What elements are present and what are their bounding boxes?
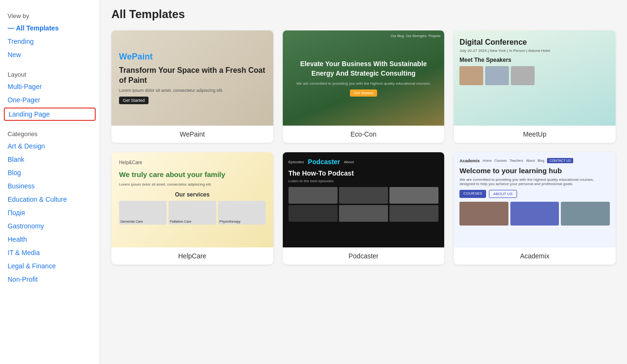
category-business[interactable]: Business [0, 179, 100, 193]
wepaint-btn: Get Started [119, 97, 149, 104]
academix-btns: COURSES ABOUT US [459, 190, 610, 198]
template-card-ecocon[interactable]: Our Blog Our Strengths Projects Elevate … [283, 30, 445, 143]
wepaint-sub: Lorem ipsum dolor sit amet, consectetur … [119, 88, 223, 93]
template-preview-academix: Academix Home Courses Teachers About Blo… [454, 152, 616, 247]
template-grid: WePaint Transform Your Space with a Fres… [111, 30, 616, 265]
template-card-podcaster[interactable]: Episodes Podcaster About The How-To Podc… [283, 152, 445, 265]
helpcare-services: Dementia Care Palliative Care Physiother… [119, 201, 266, 225]
podcaster-grid [289, 187, 439, 222]
category-gastronomy[interactable]: Gastronomy [0, 219, 100, 233]
category-education-culture[interactable]: Education & Culture [0, 193, 100, 206]
academix-img-2 [510, 202, 559, 226]
academix-img-3 [561, 202, 610, 226]
category-legal-finance[interactable]: Legal & Finance [0, 259, 100, 273]
meetup-label: MeetUp [454, 126, 616, 143]
category-health[interactable]: Health [0, 233, 100, 246]
filter-trending[interactable]: Trending [0, 35, 100, 48]
ecocon-headline: Elevate Your Business With Sustainable E… [290, 59, 437, 78]
meetup-headline: Digital Conference [459, 38, 610, 47]
ecocon-label: Eco-Con [283, 126, 445, 143]
podcaster-grid-item-3 [389, 187, 438, 204]
speaker-thumb-1 [459, 66, 483, 85]
ecocon-nav-item: Our Blog [391, 34, 404, 38]
podcaster-nav: Episodes Podcaster About [289, 158, 439, 166]
main-content: All Templates WePaint Transform Your Spa… [100, 0, 627, 364]
layout-one-pager[interactable]: One-Pager [0, 93, 100, 107]
filter-new[interactable]: New [0, 48, 100, 61]
academix-label: Academix [454, 247, 616, 265]
academix-nav-courses: Courses [495, 159, 507, 162]
academix-img-row [459, 202, 610, 226]
helpcare-service-3: Physiotherapy [218, 201, 266, 225]
academix-headline: Welcome to your learning hub [459, 166, 610, 176]
layout-multi-pager[interactable]: Multi-Pager [0, 80, 100, 93]
ecocon-sub: We are committed to providing you with t… [296, 81, 430, 86]
meetup-speakers-label: Meet The Speakers [459, 57, 610, 63]
podcaster-grid-item-5 [339, 205, 388, 222]
template-preview-wepaint: WePaint Transform Your Space with a Fres… [111, 30, 273, 126]
categories-label: Categories [0, 126, 100, 139]
academix-nav-teachers: Teachers [510, 159, 523, 162]
wepaint-brand: WePaint [119, 52, 153, 62]
academix-img-1 [459, 202, 508, 226]
template-preview-ecocon: Our Blog Our Strengths Projects Elevate … [283, 30, 445, 126]
category-non-profit[interactable]: Non-Profit [0, 273, 100, 286]
ecocon-nav-item: Our Strengths [406, 34, 427, 38]
template-card-helpcare[interactable]: Help&Care We truly care about your famil… [111, 152, 273, 265]
academix-btn-courses[interactable]: COURSES [459, 190, 486, 198]
podcaster-headline: The How-To Podcast [289, 169, 439, 177]
ecocon-nav: Our Blog Our Strengths Projects [391, 34, 441, 38]
podcaster-grid-item-4 [289, 205, 338, 222]
helpcare-service-1: Dementia Care [119, 201, 167, 225]
podcaster-nav-episodes: Episodes [289, 160, 304, 164]
helpcare-sub: Lorem ipsum dolor sit amet, consectetur … [119, 182, 266, 187]
academix-nav-about: About [526, 159, 535, 162]
template-card-meetup[interactable]: Digital Conference July 20-27 2024 | New… [454, 30, 616, 143]
academix-nav-home: Home [483, 159, 492, 162]
ecocon-btn: Get Started [350, 89, 377, 97]
speaker-thumb-2 [485, 66, 509, 85]
view-by-label: View by [0, 8, 100, 21]
sidebar: View by All Templates Trending New Layou… [0, 0, 100, 364]
helpcare-headline: We truly care about your family [119, 170, 266, 179]
academix-sub: We are committed to providing you with t… [459, 177, 610, 186]
layout-landing-page[interactable]: Landing Page [4, 108, 96, 121]
page-title: All Templates [111, 8, 616, 21]
helpcare-brand: Help&Care [119, 160, 266, 165]
category-blank[interactable]: Blank [0, 153, 100, 166]
academix-contact-btn: CONTACT US [547, 158, 573, 163]
template-card-academix[interactable]: Academix Home Courses Teachers About Blo… [454, 152, 616, 265]
template-preview-podcaster: Episodes Podcaster About The How-To Podc… [283, 152, 445, 247]
meetup-speakers-row [459, 66, 610, 85]
filter-all-templates[interactable]: All Templates [0, 21, 100, 35]
category-podiya[interactable]: Подія [0, 206, 100, 219]
wepaint-label: WePaint [111, 126, 273, 143]
category-blog[interactable]: Blog [0, 166, 100, 179]
academix-nav: Academix Home Courses Teachers About Blo… [459, 158, 610, 163]
podcaster-brand: Podcaster [308, 158, 340, 166]
academix-nav-blog: Blog [537, 159, 544, 162]
category-it-media[interactable]: IT & Media [0, 246, 100, 259]
ecocon-nav-item: Projects [428, 34, 440, 38]
academix-brand: Academix [459, 158, 480, 163]
helpcare-services-title: Our services [119, 191, 266, 198]
template-preview-meetup: Digital Conference July 20-27 2024 | New… [454, 30, 616, 126]
podcaster-grid-item-2 [339, 187, 388, 204]
podcaster-sub: Listen to the best episodes [289, 179, 439, 183]
podcaster-label: Podcaster [283, 247, 445, 265]
podcaster-nav-about: About [344, 160, 354, 164]
meetup-details: July 20-27 2024 | New York | In Person |… [459, 49, 610, 53]
academix-btn-about[interactable]: ABOUT US [489, 190, 517, 198]
template-preview-helpcare: Help&Care We truly care about your famil… [111, 152, 273, 247]
wepaint-headline: Transform Your Space with a Fresh Coat o… [119, 66, 266, 86]
speaker-thumb-3 [511, 66, 535, 85]
podcaster-grid-item-1 [289, 187, 338, 204]
template-card-wepaint[interactable]: WePaint Transform Your Space with a Fres… [111, 30, 273, 143]
podcaster-grid-item-6 [389, 205, 438, 222]
helpcare-label: HelpCare [111, 247, 273, 265]
helpcare-service-2: Palliative Care [169, 201, 216, 225]
category-art-design[interactable]: Art & Design [0, 139, 100, 153]
layout-label: Layout [0, 66, 100, 80]
